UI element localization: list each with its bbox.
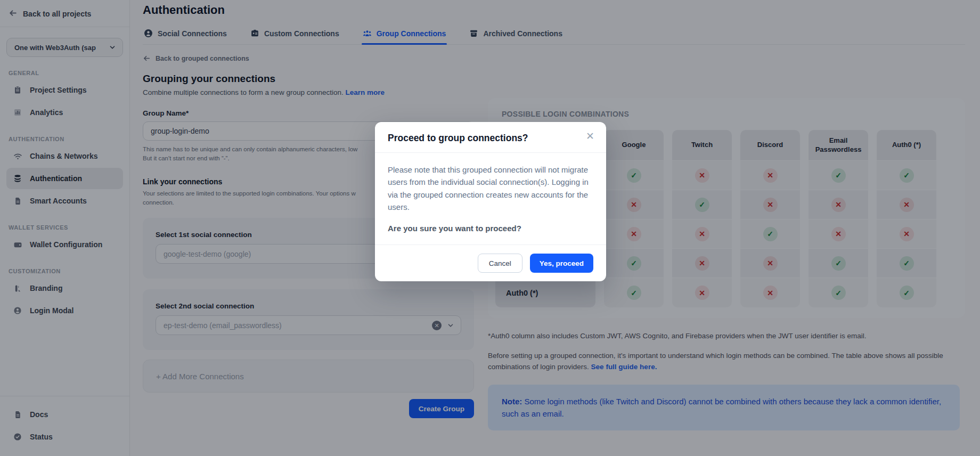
modal-body: Please note that this grouped connection… [375, 153, 606, 245]
modal-question: Are you sure you want to proceed? [388, 224, 593, 233]
cancel-button[interactable]: Cancel [478, 254, 522, 273]
app-root: Back to all projects One with Web3Auth (… [0, 0, 980, 456]
yes-proceed-button[interactable]: Yes, proceed [530, 254, 593, 273]
proceed-modal: Proceed to group connections? ✕ Please n… [375, 122, 606, 281]
modal-header: Proceed to group connections? ✕ [375, 122, 606, 152]
modal-footer: Cancel Yes, proceed [375, 245, 606, 281]
modal-body-text: Please note that this grouped connection… [388, 164, 593, 213]
modal-title: Proceed to group connections? [388, 133, 593, 144]
close-icon[interactable]: ✕ [583, 128, 598, 143]
